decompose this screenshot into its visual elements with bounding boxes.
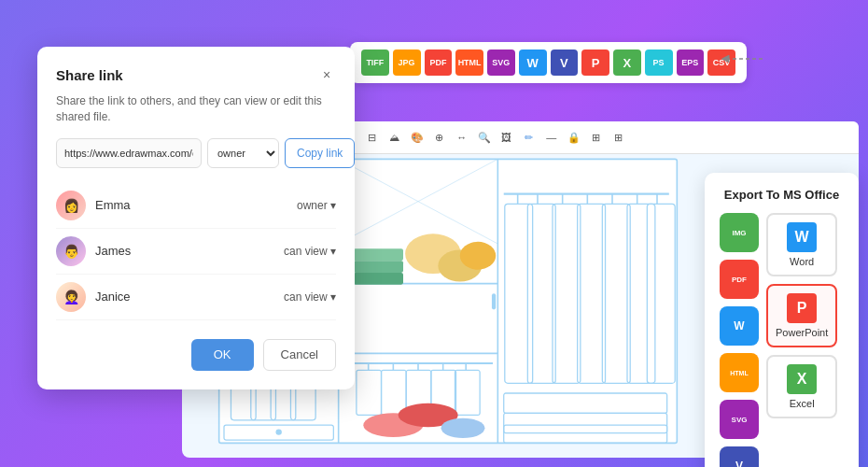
svg-rect-68 bbox=[492, 293, 496, 309]
lock-tool[interactable]: 🔒 bbox=[564, 127, 584, 148]
word-side-badge[interactable]: W bbox=[720, 306, 759, 346]
img-badge[interactable]: IMG bbox=[720, 213, 759, 252]
user-name-emma: Emma bbox=[95, 198, 297, 212]
dialog-actions: OK Cancel bbox=[56, 339, 336, 371]
minus-tool[interactable]: — bbox=[541, 127, 562, 148]
dialog-header: Share link × bbox=[56, 65, 336, 84]
eps-badge[interactable]: EPS bbox=[677, 50, 705, 76]
ppt-icon: P bbox=[787, 293, 817, 323]
export-right-items: W Word P PowerPoint X Excel bbox=[766, 213, 837, 467]
ppt-badge[interactable]: P bbox=[581, 50, 609, 76]
grid-tool[interactable]: ⊞ bbox=[609, 127, 629, 148]
link-input[interactable] bbox=[56, 138, 202, 168]
user-name-james: James bbox=[95, 244, 284, 258]
export-left-badges: IMG PDF W HTML SVG V bbox=[720, 213, 759, 467]
word-icon: W bbox=[787, 222, 817, 252]
ps-badge[interactable]: PS bbox=[645, 50, 673, 76]
svg-side-badge[interactable]: SVG bbox=[720, 400, 759, 439]
pdf-badge[interactable]: PDF bbox=[425, 50, 453, 76]
svg-rect-30 bbox=[354, 261, 403, 273]
picture-tool[interactable]: 🖼 bbox=[497, 127, 517, 148]
export-powerpoint-item[interactable]: P PowerPoint bbox=[766, 284, 837, 347]
cancel-button[interactable]: Cancel bbox=[263, 339, 336, 371]
export-panel-title: Export To MS Office bbox=[720, 188, 844, 202]
pen-tool[interactable]: ✏ bbox=[519, 127, 539, 148]
html-badge[interactable]: HTML bbox=[455, 50, 483, 76]
excel-label: Excel bbox=[790, 398, 815, 409]
share-dialog: Share link × Share the link to others, a… bbox=[37, 47, 355, 389]
permission-select[interactable]: owner can view can edit bbox=[207, 138, 279, 168]
format-toolbar: TIFF JPG PDF HTML SVG W V P X PS EPS CSV bbox=[350, 42, 747, 83]
dialog-description: Share the link to others, and they can v… bbox=[56, 93, 336, 125]
ok-button[interactable]: OK bbox=[191, 339, 254, 371]
avatar-janice: 👩‍🦱 bbox=[56, 282, 86, 312]
user-role-janice[interactable]: can view ▾ bbox=[284, 290, 336, 304]
svg-point-34 bbox=[460, 242, 496, 270]
visio-side-badge[interactable]: V bbox=[720, 446, 759, 467]
export-word-item[interactable]: W Word bbox=[766, 213, 837, 276]
user-row: 👩 Emma owner ▾ bbox=[56, 183, 336, 229]
avatar-james: 👨 bbox=[56, 236, 86, 266]
excel-icon: X bbox=[787, 364, 817, 394]
fill-tool[interactable]: 🎨 bbox=[407, 127, 427, 148]
excel-badge[interactable]: X bbox=[613, 50, 641, 76]
pdf-side-badge[interactable]: PDF bbox=[720, 260, 759, 299]
arrow-tool[interactable]: ↔ bbox=[452, 127, 472, 148]
mountain-tool[interactable]: ⛰ bbox=[385, 127, 405, 148]
svg-rect-29 bbox=[354, 248, 403, 261]
user-name-janice: Janice bbox=[95, 290, 284, 304]
jpg-badge[interactable]: JPG bbox=[393, 50, 421, 76]
user-role-emma[interactable]: owner ▾ bbox=[297, 199, 336, 212]
avatar-emma: 👩 bbox=[56, 191, 86, 220]
dialog-title: Share link bbox=[56, 67, 123, 83]
chart-tool[interactable]: ⊟ bbox=[362, 127, 383, 148]
user-row: 👨 James can view ▾ bbox=[56, 229, 336, 275]
word-badge[interactable]: W bbox=[519, 50, 547, 76]
crop-tool[interactable]: ⊞ bbox=[586, 127, 607, 148]
copy-link-button[interactable]: Copy link bbox=[285, 138, 355, 168]
svg-rect-31 bbox=[354, 273, 403, 285]
user-role-james[interactable]: can view ▾ bbox=[284, 245, 336, 258]
export-excel-item[interactable]: X Excel bbox=[766, 355, 837, 418]
ppt-label: PowerPoint bbox=[776, 327, 828, 338]
html-side-badge[interactable]: HTML bbox=[720, 353, 759, 392]
word-label: Word bbox=[790, 256, 814, 267]
user-row: 👩‍🦱 Janice can view ▾ bbox=[56, 275, 336, 320]
tiff-badge[interactable]: TIFF bbox=[361, 50, 389, 76]
user-list: 👩 Emma owner ▾ 👨 James can view ▾ 👩‍🦱 Ja… bbox=[56, 183, 336, 320]
link-tool[interactable]: ⊕ bbox=[429, 127, 450, 148]
link-row: owner can view can edit Copy link bbox=[56, 138, 336, 168]
search-tool[interactable]: 🔍 bbox=[474, 127, 495, 148]
export-content: IMG PDF W HTML SVG V W Word P PowerPoint… bbox=[720, 213, 844, 467]
svg-point-48 bbox=[441, 418, 485, 438]
svg-badge[interactable]: SVG bbox=[487, 50, 515, 76]
svg-point-26 bbox=[275, 429, 281, 434]
arrow-indicator bbox=[721, 45, 767, 73]
export-panel: Export To MS Office IMG PDF W HTML SVG V… bbox=[705, 173, 859, 467]
close-button[interactable]: × bbox=[317, 65, 336, 84]
visio-badge[interactable]: V bbox=[551, 50, 579, 76]
